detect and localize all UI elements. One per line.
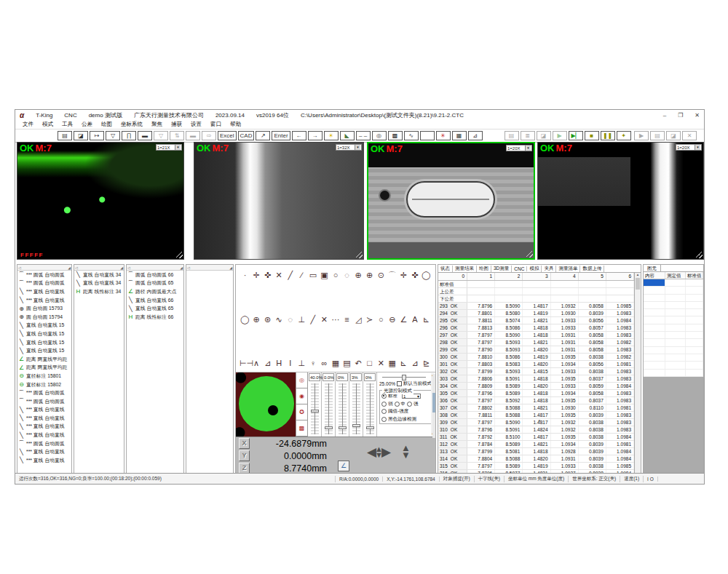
toolbar-button[interactable]: ‒ ‒ [356, 131, 371, 140]
tool-icon[interactable]: ↶ [353, 359, 364, 367]
toolbar-button[interactable]: ∏ [122, 131, 136, 140]
tool-icon[interactable]: ≻ [364, 315, 375, 324]
toolbar-button[interactable]: ↦ [90, 131, 104, 140]
toolbar-button[interactable]: Enter [272, 131, 290, 140]
tool-icon[interactable]: ✜ [409, 271, 420, 279]
default-mode-checkbox[interactable] [397, 381, 402, 386]
table-tab[interactable]: CNC [512, 266, 527, 271]
column-header[interactable]: 5 [579, 273, 606, 280]
list-item[interactable]: ╲ *** 直线 自动直线 [17, 406, 71, 415]
table-row[interactable]: 295 OK 7.88118.50741.48211.09330.80561.0… [438, 317, 634, 324]
status-segment[interactable]: 运行次数=316,OK=316,NG=0;良率=100.00;(00:18:20… [15, 476, 336, 482]
slider-thumb[interactable] [325, 426, 333, 429]
toolbar-button[interactable]: ▩ [388, 131, 403, 140]
standard-radio[interactable] [381, 394, 387, 399]
list-item[interactable]: ⊕ 圆 自动圆 15794 [17, 313, 71, 322]
tool-icon[interactable]: ✕ [274, 271, 285, 279]
menu-item[interactable]: 工具 [62, 121, 73, 128]
light-slider-track[interactable] [366, 383, 374, 434]
light-slider-track[interactable] [339, 383, 347, 434]
tool-icon[interactable]: · [240, 271, 250, 279]
scroll-up-icon[interactable]: ▲ [635, 273, 641, 276]
tool-icon[interactable]: □ [364, 359, 375, 367]
toolbar-button[interactable]: ▶ [634, 131, 649, 140]
element-tab[interactable]: 图元 [644, 265, 661, 271]
list-item[interactable]: ⌒ *** 圆弧 自动圆弧 [17, 271, 71, 279]
tool-icon[interactable]: ⊕ [353, 271, 364, 279]
list-item[interactable]: ⌒ *** 圆弧 自动圆弧 [17, 388, 71, 397]
scroll-grip-icon[interactable]: ◢ [120, 266, 123, 270]
resize-grip-icon[interactable] [356, 252, 363, 258]
tool-icon[interactable]: ⊛ [262, 315, 273, 324]
tool-icon[interactable]: ╱ [307, 315, 318, 324]
camera-view[interactable]: OK M:7 1=20X ▾ [537, 142, 704, 260]
toolbar-button[interactable]: ☀ [324, 131, 339, 140]
scroll-grip-icon[interactable]: ◢ [180, 266, 183, 270]
table-row[interactable]: 298 OK 7.87978.50931.48211.09310.80581.0… [438, 339, 634, 346]
scroll-left-icon[interactable]: ◁ [18, 266, 21, 270]
tool-icon[interactable]: ⊢⊣ [240, 359, 250, 367]
tool-icon[interactable]: ✛ [251, 271, 262, 279]
table-row[interactable]: 301 OK 7.88038.50831.48201.09340.80561.0… [438, 361, 634, 368]
toolbar-button[interactable]: CAD [238, 131, 255, 140]
element-row[interactable] [644, 279, 703, 287]
status-segment[interactable]: X,Y:-14.1761,108.6784 [383, 477, 440, 482]
column-header[interactable]: 3 [523, 273, 550, 280]
tool-icon[interactable]: ▦ [387, 359, 397, 367]
column-header[interactable]: 0 [438, 273, 467, 280]
camera-view[interactable]: OK M:7 1=21X ▾ FFFFF [17, 142, 184, 260]
scroll-down-icon[interactable]: ▼ [438, 419, 641, 474]
angle-tool-button[interactable]: ∠ [338, 461, 349, 471]
light-slider-track[interactable] [352, 383, 360, 434]
ring-light-icon[interactable] [239, 376, 294, 431]
scroll-grip-icon[interactable]: ◢ [229, 266, 232, 270]
table-row[interactable]: 299 OK 7.87908.50931.48201.09310.80581.0… [438, 346, 634, 354]
tool-icon[interactable]: ○ [376, 315, 387, 324]
element-row[interactable] [644, 316, 703, 324]
toolbar-button[interactable]: ⇅ [170, 131, 184, 140]
tool-icon[interactable]: A [409, 315, 420, 324]
list-item[interactable]: ∠ 路径 内圆弧最大点 [127, 287, 183, 296]
minimize-icon[interactable]: – [663, 112, 666, 119]
element-row[interactable] [644, 302, 703, 309]
table-row[interactable]: 293 OK 7.87968.50901.48171.09320.80581.0… [438, 303, 634, 310]
list-item[interactable]: H 距离 线性标注 66 [127, 313, 183, 322]
toolbar-button[interactable]: ↗ [256, 131, 270, 140]
toolbar-button[interactable]: ∿ [404, 131, 419, 140]
resize-grip-icon[interactable] [696, 252, 703, 258]
tool-icon[interactable]: ✛ [398, 271, 409, 279]
list-item[interactable]: ╲ *** 直线 自动直线 [17, 423, 71, 431]
tool-icon[interactable]: ⊿ [409, 359, 420, 367]
list-item[interactable]: ⌒ *** 圆弧 自动圆弧 [17, 397, 71, 406]
list-item[interactable]: ╲ 直线 自动直线 66 [127, 296, 183, 305]
table-tab[interactable]: 状态 [438, 266, 453, 272]
element-row[interactable] [644, 362, 703, 369]
slider-thumb[interactable] [352, 424, 360, 427]
table-row[interactable]: 305 OK 7.87968.50891.48181.09340.80581.0… [438, 390, 634, 397]
status-segment[interactable]: 速度(1) [620, 476, 644, 482]
tool-icon[interactable]: ⊾ [398, 359, 409, 367]
element-row[interactable] [644, 287, 703, 294]
column-header[interactable]: 4 [551, 273, 579, 280]
element-row[interactable] [644, 339, 703, 346]
column-header[interactable]: 1 [467, 273, 495, 280]
table-row[interactable]: 297 OK 7.87978.50901.48181.09310.80581.0… [438, 332, 634, 339]
table-row[interactable]: 308 OK 7.88118.50881.48171.09350.80391.0… [438, 412, 634, 419]
toolbar-button[interactable]: ▽ [154, 131, 168, 140]
toolbar-button[interactable]: ■ [585, 131, 599, 140]
scroll-grip-icon[interactable]: ◢ [68, 266, 71, 270]
table-row[interactable]: 306 OK 7.87978.50921.48181.09350.80371.0… [438, 397, 634, 404]
list-item[interactable]: ╲ *** 直线 自动直线 [17, 414, 71, 423]
list-scrollbar[interactable]: ◁◢ [17, 265, 71, 271]
toolbar-button[interactable]: ▦ [452, 131, 467, 140]
light-slider-track[interactable] [325, 383, 333, 434]
toolbar-button[interactable]: ⊿ [468, 131, 483, 140]
strength-radio[interactable] [407, 402, 412, 407]
toolbar-button[interactable]: ← [292, 131, 306, 140]
table-row[interactable]: 307 OK 7.88028.50881.48211.09300.81101.0… [438, 404, 634, 412]
list-item[interactable]: ⌒ *** 圆弧 自动圆弧 [17, 279, 71, 288]
master-light-slider[interactable] [382, 375, 426, 379]
table-row[interactable]: 296 OK 7.88138.50861.48181.09330.80571.0… [438, 324, 634, 332]
light-mode-button[interactable]: ▩ [296, 420, 307, 437]
toolbar-button[interactable]: ❚❚ [601, 131, 615, 140]
